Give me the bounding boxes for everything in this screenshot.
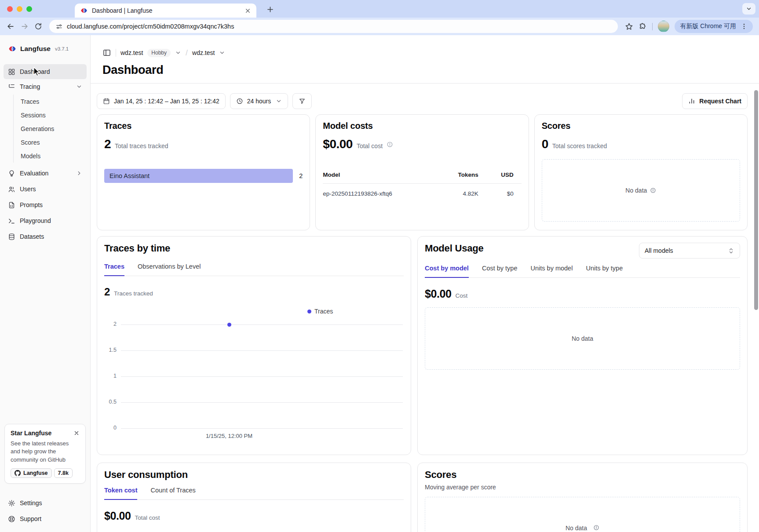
trace-name-row[interactable]: Eino Assistant 2 [104, 169, 303, 183]
chevron-down-icon[interactable] [175, 50, 181, 56]
breadcrumb-org[interactable]: wdz.test [120, 49, 143, 56]
tab-search-chevron-icon[interactable] [742, 3, 755, 15]
traces-total-value: 2 [104, 137, 111, 151]
back-icon[interactable] [6, 22, 15, 31]
sidebar-item-label: Tracing [20, 83, 72, 90]
request-chart-label: Request Chart [699, 98, 741, 105]
url-text[interactable]: cloud.langfuse.com/project/cm50idm0208mx… [67, 23, 234, 30]
tab-traces[interactable]: Traces [104, 263, 124, 276]
sidebar-item-scores[interactable]: Scores [19, 135, 87, 149]
zoom-window-button[interactable] [26, 6, 32, 12]
time-preset-dropdown[interactable]: 24 hours [230, 93, 288, 109]
sidebar-item-sessions[interactable]: Sessions [19, 108, 87, 122]
date-range-picker[interactable]: Jan 14, 25 : 12:42 – Jan 15, 25 : 12:42 [97, 93, 226, 109]
info-icon[interactable] [593, 525, 599, 531]
gridline [121, 350, 403, 351]
close-window-button[interactable] [7, 6, 13, 12]
tab-token-cost[interactable]: Token cost [104, 487, 137, 500]
panel-left-toggle-icon[interactable] [102, 48, 111, 57]
sidebar-item-generations[interactable]: Generations [19, 122, 87, 135]
model-usage-value: $0.00 [425, 288, 452, 300]
sidebar-item-datasets[interactable]: Datasets [4, 229, 87, 244]
sidebar-item-label: Prompts [20, 201, 82, 208]
bar-chart-icon [688, 98, 695, 105]
model-usage-card: Model Usage All models Cost by model Cos… [417, 236, 748, 455]
gridline [121, 428, 403, 429]
sidebar-item-dashboard[interactable]: Dashboard [4, 64, 87, 79]
github-repo-button[interactable]: Langfuse [11, 468, 52, 478]
sidebar-item-settings[interactable]: Settings [4, 495, 87, 511]
bookmark-star-icon[interactable] [625, 22, 633, 31]
breadcrumb-divider [116, 49, 116, 57]
tab-units-by-type[interactable]: Units by type [586, 265, 623, 277]
tokens-cell: 4.82K [430, 190, 478, 197]
model-costs-title: Model costs [323, 121, 521, 131]
brand[interactable]: Langfuse v3.7.1 [4, 42, 87, 55]
sidebar-item-users[interactable]: Users [4, 181, 87, 197]
extensions-icon[interactable] [639, 22, 647, 31]
url-bar[interactable]: cloud.langfuse.com/project/cm50idm0208mx… [49, 20, 618, 33]
sidebar-item-evaluation[interactable]: Evaluation [4, 165, 87, 181]
sidebar-item-traces[interactable]: Traces [19, 95, 87, 108]
new-tab-button[interactable] [265, 4, 275, 14]
tab-observations-by-level[interactable]: Observations by Level [138, 263, 201, 276]
data-point[interactable] [227, 323, 231, 327]
browser-menu-icon[interactable] [741, 23, 748, 30]
tab-title: Dashboard | Langfuse [92, 7, 241, 14]
sidebar-item-prompts[interactable]: Prompts [4, 197, 87, 213]
github-star-count[interactable]: 7.8k [54, 468, 73, 478]
tab-cost-by-type[interactable]: Cost by type [482, 265, 518, 277]
sidebar-item-label: Settings [20, 499, 82, 506]
page-scrollbar[interactable] [754, 90, 758, 310]
tab-cost-by-model[interactable]: Cost by model [425, 265, 469, 278]
sidebar-item-playground[interactable]: Playground [4, 213, 87, 229]
chart-legend[interactable]: Traces [307, 308, 333, 315]
sidebar-item-support[interactable]: Support [4, 511, 87, 527]
y-tick: 0.5 [104, 399, 117, 405]
gear-icon [8, 499, 15, 507]
site-settings-icon[interactable] [55, 23, 63, 30]
profile-avatar[interactable] [658, 21, 669, 32]
scores-average-card: Scores Moving average per score No data [417, 463, 748, 532]
tab-units-by-model[interactable]: Units by model [531, 265, 573, 277]
reload-icon[interactable] [34, 22, 42, 30]
user-consumption-tabs: Token cost Count of Traces [104, 487, 404, 500]
browser-tab[interactable]: Dashboard | Langfuse [75, 4, 256, 18]
chrome-update-button[interactable]: 有新版 Chrome 可用 [675, 20, 753, 33]
user-consumption-title: User consumption [104, 469, 404, 481]
terminal-icon [8, 217, 15, 225]
tracing-subnav: Traces Sessions Generations Scores Model… [13, 95, 87, 163]
main-content: wdz.test Hobby / wdz.test Dashboard [91, 35, 759, 532]
langfuse-logo-icon [8, 44, 17, 53]
brand-name: Langfuse [20, 45, 51, 53]
tab-count-of-traces[interactable]: Count of Traces [150, 487, 195, 499]
breadcrumb-slash: / [186, 48, 188, 58]
chevron-down-icon[interactable] [219, 50, 225, 56]
trace-name-bar[interactable]: Eino Assistant [104, 169, 293, 183]
calendar-icon [103, 98, 110, 105]
scores-average-title: Scores [425, 469, 740, 481]
minimize-window-button[interactable] [17, 6, 22, 12]
table-row[interactable]: ep-20250112193826-xftq6 4.82K $0 [323, 184, 521, 197]
sidebar-item-models[interactable]: Models [19, 149, 87, 163]
traces-tracked-value: 2 [104, 286, 110, 298]
scores-no-data-box: No data [542, 159, 740, 222]
info-icon[interactable] [650, 187, 656, 193]
request-chart-button[interactable]: Request Chart [682, 93, 748, 109]
file-icon [8, 201, 15, 209]
star-card-title: Star Langfuse [11, 430, 51, 437]
user-consumption-caption: Total cost [135, 514, 160, 521]
forward-icon[interactable] [20, 22, 29, 31]
info-icon[interactable] [387, 141, 393, 148]
sidebar-item-tracing[interactable]: Tracing [4, 79, 87, 94]
breadcrumb-project[interactable]: wdz.test [192, 49, 215, 56]
chrome-update-label: 有新版 Chrome 可用 [680, 22, 736, 30]
macos-traffic-lights[interactable] [7, 6, 32, 12]
page-title: Dashboard [102, 63, 748, 77]
filter-button[interactable] [292, 93, 312, 109]
breadcrumb: wdz.test Hobby / wdz.test [102, 47, 748, 59]
tab-close-icon[interactable] [244, 7, 251, 14]
model-filter-select[interactable]: All models [639, 243, 740, 259]
close-icon[interactable] [73, 430, 80, 436]
traces-tracked-caption: Traces tracked [114, 290, 153, 297]
